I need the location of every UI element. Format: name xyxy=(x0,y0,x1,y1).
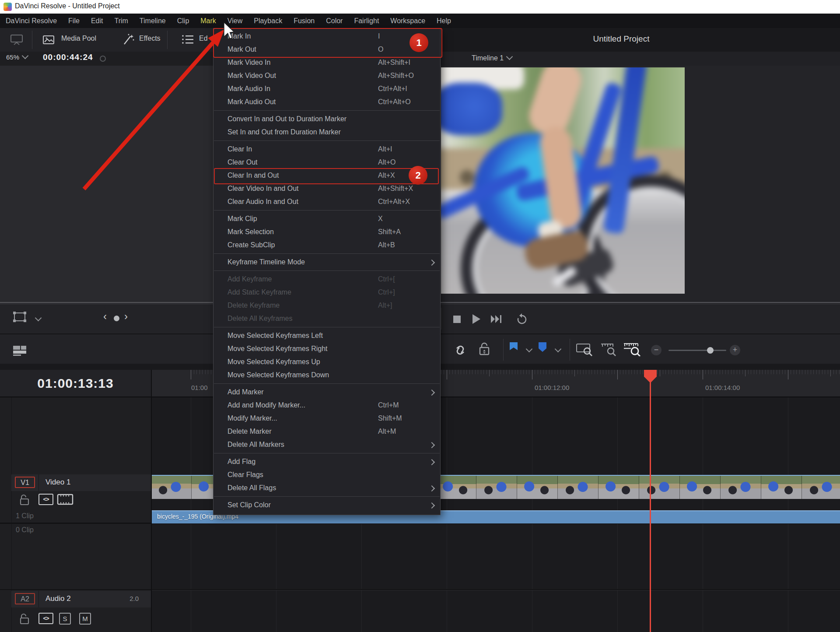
menu-item-mark-clip[interactable]: Mark ClipX xyxy=(214,212,440,225)
menubar-item-playback[interactable]: Playback xyxy=(248,14,288,28)
previous-keyframe-icon[interactable]: ‹ xyxy=(103,310,107,323)
menu-item-delete-marker[interactable]: Delete MarkerAlt+M xyxy=(214,425,440,438)
zoom-slider-thumb[interactable] xyxy=(707,347,714,354)
menu-item-clear-video-in-and-out[interactable]: Clear Video In and OutAlt+Shift+X xyxy=(214,182,440,195)
marker-dropdown-chevron-icon[interactable] xyxy=(555,346,562,353)
menu-separator xyxy=(214,496,440,497)
audio-track-header[interactable]: A2 Audio 2 2.0 xyxy=(11,591,151,607)
zoom-out-button[interactable]: − xyxy=(651,345,662,355)
video-auto-select-button[interactable]: <> xyxy=(38,494,53,505)
custom-zoom-icon[interactable] xyxy=(623,342,640,356)
flag-dropdown-chevron-icon[interactable] xyxy=(526,346,533,353)
menubar-item-workspace[interactable]: Workspace xyxy=(385,14,431,28)
audio-track-format: 2.0 xyxy=(130,595,139,602)
timeline-viewer-header: Untitled Project xyxy=(441,28,840,52)
menu-item-mark-selection[interactable]: Mark SelectionShift+A xyxy=(214,225,440,239)
menu-item-mark-in[interactable]: Mark InI xyxy=(214,30,440,43)
source-timecode-display: 00:00:44:24 xyxy=(43,53,93,62)
menubar-item-color[interactable]: Color xyxy=(320,14,348,28)
effects-button[interactable]: Effects xyxy=(139,35,161,42)
menu-item-delete-all-markers[interactable]: Delete All Markers xyxy=(214,438,440,451)
menu-item-mark-audio-out[interactable]: Mark Audio OutCtrl+Alt+O xyxy=(214,95,440,109)
zoom-in-button[interactable]: + xyxy=(730,345,740,355)
monitor-panel-toggle-icon[interactable] xyxy=(10,34,24,46)
menu-item-clear-out[interactable]: Clear OutAlt+O xyxy=(214,156,440,169)
playhead-line[interactable] xyxy=(650,382,651,632)
video-track-header[interactable]: V1 Video 1 xyxy=(11,474,151,491)
menubar-item-davinci-resolve[interactable]: DaVinci Resolve xyxy=(0,14,63,28)
next-clip-button[interactable] xyxy=(490,314,503,324)
menubar-item-file[interactable]: File xyxy=(63,14,85,28)
menu-item-mark-audio-in[interactable]: Mark Audio InCtrl+Alt+I xyxy=(214,82,440,95)
menu-item-mark-video-in[interactable]: Mark Video InAlt+Shift+I xyxy=(214,56,440,69)
edit-index-button[interactable]: Ed xyxy=(199,35,213,42)
loop-button[interactable] xyxy=(515,313,528,325)
zoom-slider-track[interactable] xyxy=(668,350,726,351)
menu-item-add-and-modify-marker[interactable]: Add and Modify Marker...Ctrl+M xyxy=(214,399,440,412)
play-button[interactable] xyxy=(472,314,480,324)
audio2-track-topline xyxy=(151,590,840,590)
menu-item-add-flag[interactable]: Add Flag xyxy=(214,455,440,468)
mute-button[interactable]: M xyxy=(79,613,91,625)
marker-icon[interactable] xyxy=(537,341,548,355)
detail-zoom-icon[interactable] xyxy=(600,342,617,356)
menubar-item-fusion[interactable]: Fusion xyxy=(288,14,320,28)
audio-auto-select-button[interactable]: <> xyxy=(38,613,53,624)
timeline-selector[interactable]: Timeline 1 xyxy=(472,54,512,62)
video-track-badge[interactable]: V1 xyxy=(15,477,35,488)
menubar-item-timeline[interactable]: Timeline xyxy=(134,14,172,28)
video-track-name: Video 1 xyxy=(46,478,70,487)
status-dot-icon xyxy=(100,56,106,62)
menu-item-move-selected-keyframes-up[interactable]: Move Selected Keyframes Up xyxy=(214,355,440,369)
menubar-item-clip[interactable]: Clip xyxy=(172,14,195,28)
menu-item-clear-in[interactable]: Clear InAlt+I xyxy=(214,143,440,156)
menu-item-modify-marker[interactable]: Modify Marker...Shift+M xyxy=(214,412,440,425)
menu-item-clear-audio-in-and-out[interactable]: Clear Audio In and OutCtrl+Alt+X xyxy=(214,195,440,208)
flag-icon[interactable] xyxy=(508,341,519,355)
menu-item-move-selected-keyframes-down[interactable]: Move Selected Keyframes Down xyxy=(214,369,440,382)
keyframe-dot-icon[interactable] xyxy=(114,316,119,321)
audio-track-lock-icon[interactable] xyxy=(19,613,30,625)
menu-item-set-in-and-out-from-duration-marker[interactable]: Set In and Out from Duration Marker xyxy=(214,126,440,139)
menu-item-move-selected-keyframes-right[interactable]: Move Selected Keyframes Right xyxy=(214,342,440,355)
timeline-selector-row: Timeline 1 xyxy=(441,52,840,66)
menu-item-set-clip-color[interactable]: Set Clip Color xyxy=(214,499,440,512)
timeline-view-options-icon[interactable] xyxy=(12,345,31,356)
video-track-lock-icon[interactable] xyxy=(19,494,30,506)
menubar-item-trim[interactable]: Trim xyxy=(108,14,133,28)
menu-item-clear-in-and-out[interactable]: Clear In and OutAlt+X xyxy=(214,169,440,182)
menu-item-convert-in-and-out-to-duration-marker[interactable]: Convert In and Out to Duration Marker xyxy=(214,112,440,126)
menu-item-clear-flags[interactable]: Clear Flags xyxy=(214,468,440,481)
clip-thumbnail xyxy=(476,476,517,499)
next-keyframe-icon[interactable]: › xyxy=(124,310,128,323)
transform-dropdown-chevron-icon[interactable] xyxy=(35,315,42,322)
playhead-timecode: 01:00:13:13 xyxy=(0,376,151,391)
menu-separator xyxy=(214,210,440,211)
media-pool-icon xyxy=(41,33,55,46)
transform-tool-icon[interactable] xyxy=(11,310,28,324)
menu-separator xyxy=(214,270,440,271)
solo-button[interactable]: S xyxy=(59,613,71,625)
menu-item-mark-out[interactable]: Mark OutO xyxy=(214,43,440,56)
menu-item-create-subclip[interactable]: Create SubClipAlt+B xyxy=(214,239,440,252)
panel-divider xyxy=(441,308,441,330)
audio-track-badge[interactable]: A2 xyxy=(15,593,35,604)
video-track-enable-icon[interactable] xyxy=(57,494,74,505)
full-extent-zoom-icon[interactable] xyxy=(576,342,593,356)
menu-item-mark-video-out[interactable]: Mark Video OutAlt+Shift+O xyxy=(214,69,440,82)
menubar-item-edit[interactable]: Edit xyxy=(85,14,109,28)
menu-item-move-selected-keyframes-left[interactable]: Move Selected Keyframes Left xyxy=(214,329,440,342)
menubar-item-view[interactable]: View xyxy=(222,14,248,28)
stop-button[interactable] xyxy=(453,316,461,323)
menubar-item-mark[interactable]: Mark xyxy=(195,14,222,28)
media-pool-button[interactable]: Media Pool xyxy=(61,35,96,42)
menu-item-keyframe-timeline-mode[interactable]: Keyframe Timeline Mode xyxy=(214,256,440,269)
submenu-arrow-icon xyxy=(429,390,435,396)
link-clips-icon[interactable] xyxy=(453,341,467,357)
position-lock-icon[interactable] xyxy=(479,342,490,356)
menu-item-add-marker[interactable]: Add Marker xyxy=(214,386,440,399)
menubar-item-help[interactable]: Help xyxy=(431,14,457,28)
viewer-zoom-select[interactable]: 65% xyxy=(6,53,28,61)
menubar-item-fairlight[interactable]: Fairlight xyxy=(348,14,385,28)
menu-item-delete-all-flags[interactable]: Delete All Flags xyxy=(214,481,440,495)
